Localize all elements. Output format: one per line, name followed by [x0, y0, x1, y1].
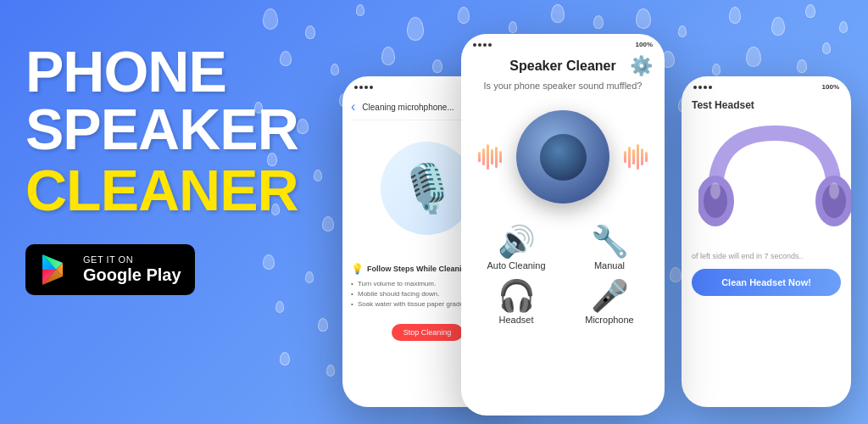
wave-r4 — [637, 144, 639, 170]
right-header: Test Headset — [682, 94, 851, 116]
dot-3 — [364, 86, 368, 89]
sound-waves-right — [624, 144, 648, 170]
dot-2 — [359, 86, 363, 89]
steps-title: Follow Steps While Cleaning!! — [367, 265, 476, 273]
stop-cleaning-button[interactable]: Stop Cleaning — [392, 324, 464, 341]
headset-visual — [682, 116, 851, 252]
phone-center-status: 100% — [461, 34, 665, 52]
signal-dots-center — [473, 43, 492, 47]
google-play-label: Google Play — [83, 265, 181, 285]
center-battery: 100% — [636, 41, 653, 48]
sound-waves-left — [478, 144, 502, 170]
google-play-button[interactable]: GET IT ON Google Play — [25, 244, 195, 295]
center-subtitle: Is your phone speaker sound muffled? — [461, 81, 665, 98]
svg-point-10 — [829, 182, 839, 199]
wave-r5 — [641, 148, 643, 165]
bulb-icon: 💡 — [351, 263, 364, 275]
wave-r1 — [624, 151, 626, 163]
wave-4 — [491, 149, 493, 165]
r-dot-4 — [709, 86, 712, 89]
wave-6 — [499, 151, 502, 163]
mic-circle: 🎙️ — [381, 142, 474, 235]
wave-3 — [487, 144, 489, 170]
dot-4 — [370, 86, 373, 89]
phone-right-status: 100% — [682, 76, 851, 94]
wave-5 — [495, 147, 498, 168]
headset-icon: 🎧 — [498, 281, 536, 311]
wave-r2 — [628, 147, 631, 168]
c-dot-4 — [488, 43, 492, 47]
clean-headset-button[interactable]: Clean Headset Now! — [692, 269, 841, 296]
manual-icon: 🔧 — [591, 226, 629, 257]
auto-cleaning-label: Auto Cleaning — [487, 260, 545, 271]
back-arrow[interactable]: ‹ — [351, 99, 355, 114]
feature-microphone[interactable]: 🎤 Microphone — [568, 281, 651, 325]
wave-r3 — [632, 149, 635, 165]
phone-speaker-cleaner: 100% Speaker Cleaner ⚙️ Is your phone sp… — [461, 34, 665, 416]
phone-headset: 100% Test Headset o — [682, 76, 851, 407]
svg-point-9 — [710, 182, 721, 199]
c-dot-2 — [478, 43, 481, 47]
hero-section: PHONE SPEAKER CLEANER — [25, 42, 263, 295]
auto-cleaning-icon: 🔊 — [498, 226, 536, 257]
nav-title: Cleaning microhphone... — [362, 103, 453, 112]
c-dot-1 — [473, 43, 476, 47]
c-dot-3 — [483, 43, 487, 47]
hero-title-cleaner: CLEANER — [25, 161, 263, 219]
phones-container: 100% ‹ Cleaning microhphone... 🎙️ 💡 Foll… — [275, 0, 868, 424]
settings-icon[interactable]: ⚙️ — [630, 55, 653, 77]
headset-label: Headset — [499, 315, 534, 325]
features-grid: 🔊 Auto Cleaning 🔧 Manual 🎧 Headset 🎤 Mic… — [461, 216, 665, 335]
feature-auto-cleaning[interactable]: 🔊 Auto Cleaning — [475, 226, 558, 271]
right-battery: 100% — [822, 83, 839, 91]
wave-1 — [478, 152, 481, 162]
wave-r6 — [645, 152, 648, 162]
signal-dots-right — [693, 86, 712, 89]
headset-illustration — [698, 116, 851, 252]
microphone-icon: 🎤 — [591, 281, 629, 311]
google-play-icon — [39, 253, 73, 287]
wave-2 — [482, 148, 485, 165]
dot-1 — [354, 86, 358, 89]
hero-title-speaker: SPEAKER — [25, 100, 263, 158]
speaker-visual — [461, 98, 665, 216]
r-dot-1 — [693, 86, 697, 89]
hero-title-phone: PHONE — [25, 42, 263, 100]
r-dot-3 — [704, 86, 707, 89]
feature-headset[interactable]: 🎧 Headset — [475, 281, 558, 325]
feature-manual[interactable]: 🔧 Manual — [568, 226, 651, 271]
manual-label: Manual — [594, 260, 625, 271]
right-caption: of left side will end in 7 seconds.. — [682, 252, 851, 260]
play-text-block: GET IT ON Google Play — [83, 254, 181, 285]
speaker-image — [516, 110, 609, 204]
center-header: Speaker Cleaner ⚙️ — [461, 52, 665, 81]
speaker-inner — [540, 134, 587, 181]
r-dot-2 — [698, 86, 702, 89]
signal-dots — [354, 86, 373, 89]
get-it-on-label: GET IT ON — [83, 254, 181, 265]
microphone-label: Microphone — [585, 315, 633, 325]
center-title: Speaker Cleaner — [509, 59, 615, 74]
